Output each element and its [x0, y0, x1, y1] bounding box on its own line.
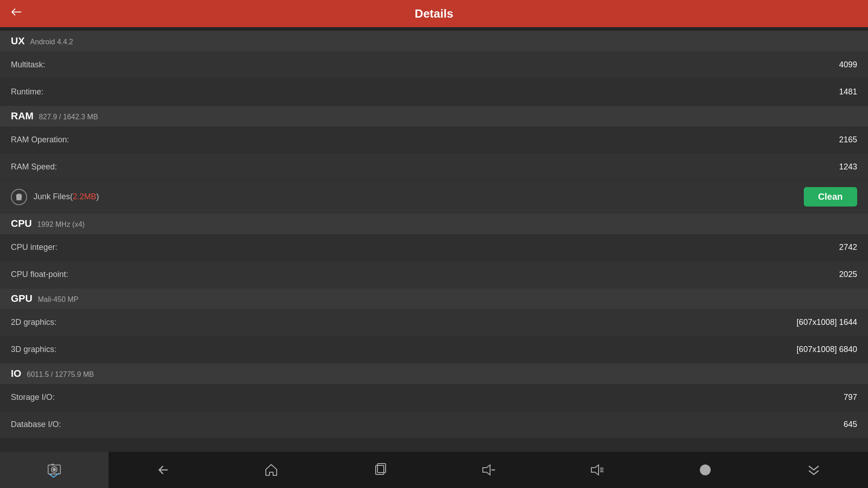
ram-operation-row: RAM Operation: 2165 — [0, 127, 868, 154]
2d-graphics-row: 2D graphics: [607x1008] 1644 — [0, 309, 868, 336]
trash-icon — [11, 189, 27, 205]
volume-down-button[interactable] — [434, 452, 542, 488]
screenshot-button[interactable] — [0, 452, 108, 488]
ux-subtitle: Android 4.4.2 — [30, 38, 73, 46]
clean-button[interactable]: Clean — [804, 187, 857, 206]
ux-title: UX — [11, 35, 25, 47]
ram-operation-label: RAM Operation: — [11, 135, 69, 145]
ram-speed-value: 1243 — [839, 162, 857, 172]
volume-up-button[interactable] — [542, 452, 651, 488]
svg-rect-3 — [52, 464, 54, 466]
database-io-value: 645 — [844, 420, 857, 429]
junk-left: Junk Files(2.2MB) — [11, 189, 99, 205]
menu-button[interactable] — [760, 452, 868, 488]
ram-speed-row: RAM Speed: 1243 — [0, 154, 868, 181]
cpu-subtitle: 1992 MHz (x4) — [37, 221, 85, 229]
nav-home-button[interactable] — [217, 452, 326, 488]
multitask-label: Multitask: — [11, 60, 45, 70]
page-title: Details — [415, 7, 453, 21]
cpu-float-label: CPU float-point: — [11, 270, 68, 279]
gpu-title: GPU — [11, 293, 33, 305]
bottom-nav-bar — [0, 452, 868, 488]
2d-graphics-label: 2D graphics: — [11, 318, 57, 327]
2d-graphics-value: [607x1008] 1644 — [797, 318, 857, 327]
storage-io-value: 797 — [844, 393, 857, 402]
svg-marker-8 — [591, 465, 599, 475]
nav-recents-button[interactable] — [326, 452, 434, 488]
content-area: UX Android 4.4.2 Multitask: 4099 Runtime… — [0, 27, 868, 452]
gpu-subtitle: Mali-450 MP — [38, 296, 79, 304]
cpu-float-row: CPU float-point: 2025 — [0, 261, 868, 288]
bottom-padding — [0, 438, 868, 447]
cpu-integer-value: 2742 — [839, 243, 857, 252]
io-subtitle: 6011.5 / 12775.9 MB — [27, 371, 94, 379]
svg-point-2 — [52, 468, 56, 471]
cpu-title: CPU — [11, 218, 32, 230]
junk-size: 2.2MB — [73, 192, 96, 201]
3d-graphics-value: [607x1008] 6840 — [797, 345, 857, 354]
runtime-label: Runtime: — [11, 87, 43, 97]
runtime-value: 1481 — [839, 87, 857, 97]
nav-back-button[interactable] — [108, 452, 217, 488]
ram-section-header: RAM 827.9 / 1642.3 MB — [0, 106, 868, 127]
io-title: IO — [11, 368, 21, 380]
io-section-header: IO 6011.5 / 12775.9 MB — [0, 363, 868, 384]
cpu-section-header: CPU 1992 MHz (x4) — [0, 213, 868, 234]
multitask-row: Multitask: 4099 — [0, 52, 868, 79]
junk-files-row: Junk Files(2.2MB) Clean — [0, 181, 868, 213]
gpu-section-header: GPU Mali-450 MP — [0, 288, 868, 309]
multitask-value: 4099 — [839, 60, 857, 70]
database-io-label: Database I/O: — [11, 420, 61, 429]
ram-operation-value: 2165 — [839, 135, 857, 145]
database-io-row: Database I/O: 645 — [0, 411, 868, 438]
storage-io-label: Storage I/O: — [11, 393, 55, 402]
ux-section-header: UX Android 4.4.2 — [0, 31, 868, 52]
header-spacer — [0, 27, 868, 31]
svg-marker-6 — [483, 465, 490, 475]
storage-io-row: Storage I/O: 797 — [0, 384, 868, 411]
runtime-row: Runtime: 1481 — [0, 79, 868, 106]
cpu-integer-row: CPU integer: 2742 — [0, 234, 868, 261]
3d-graphics-label: 3D graphics: — [11, 345, 57, 354]
ram-subtitle: 827.9 / 1642.3 MB — [39, 113, 98, 121]
power-button[interactable] — [651, 452, 760, 488]
cpu-integer-label: CPU integer: — [11, 243, 57, 252]
back-button[interactable] — [9, 5, 24, 23]
header: Details — [0, 0, 868, 27]
ram-speed-label: RAM Speed: — [11, 162, 57, 172]
junk-label: Junk Files(2.2MB) — [33, 192, 99, 202]
3d-graphics-row: 3D graphics: [607x1008] 6840 — [0, 336, 868, 363]
ram-title: RAM — [11, 110, 33, 122]
cpu-float-value: 2025 — [839, 270, 857, 279]
